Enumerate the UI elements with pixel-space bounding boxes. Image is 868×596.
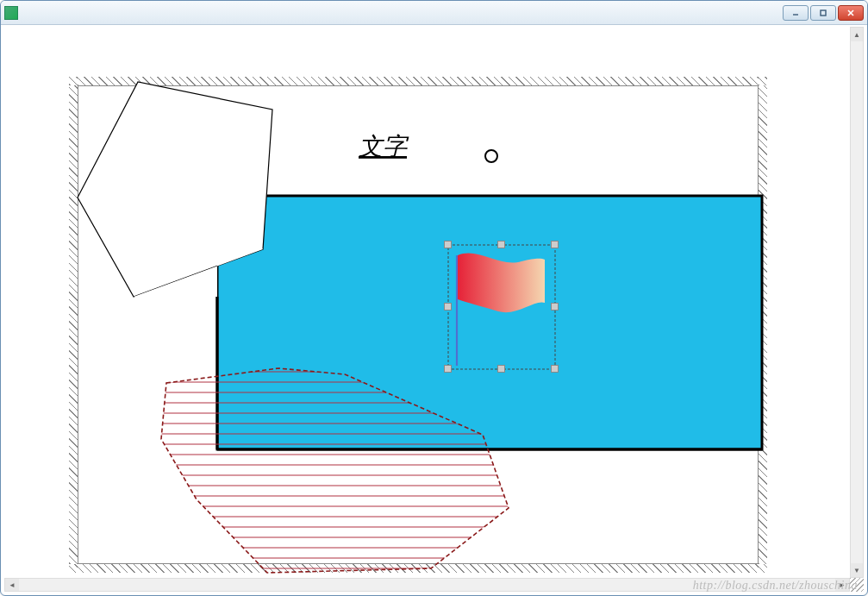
svg-rect-1 bbox=[821, 10, 826, 16]
client-area: 文字 bbox=[4, 27, 864, 578]
drawing-canvas[interactable]: 文字 bbox=[69, 77, 767, 573]
selection-handle-e[interactable] bbox=[551, 303, 559, 311]
minimize-button[interactable] bbox=[783, 5, 809, 21]
text-label[interactable]: 文字 bbox=[359, 133, 409, 160]
small-circle[interactable] bbox=[485, 150, 497, 162]
selection-handle-sw[interactable] bbox=[444, 365, 452, 373]
scroll-v-track[interactable] bbox=[851, 41, 863, 563]
selection-handle-n[interactable] bbox=[497, 241, 505, 248]
selection-handle-ne[interactable] bbox=[551, 241, 559, 248]
scroll-down-arrow[interactable]: ▼ bbox=[851, 563, 863, 577]
selection-handle-w[interactable] bbox=[444, 303, 452, 311]
window-controls bbox=[783, 5, 864, 21]
selection-handle-nw[interactable] bbox=[444, 241, 452, 248]
close-button[interactable] bbox=[838, 5, 864, 21]
scroll-left-arrow[interactable]: ◄ bbox=[5, 579, 19, 591]
selection-handle-se[interactable] bbox=[551, 365, 559, 373]
selection-handle-s[interactable] bbox=[497, 365, 505, 373]
canvas-svg: 文字 bbox=[69, 77, 767, 573]
app-icon bbox=[4, 6, 18, 20]
titlebar[interactable] bbox=[1, 1, 867, 25]
maximize-button[interactable] bbox=[810, 5, 836, 21]
application-window: 文字 bbox=[0, 0, 868, 596]
scroll-up-arrow[interactable]: ▲ bbox=[851, 28, 863, 41]
watermark-text: http://blog.csdn.net/zhouschina bbox=[693, 579, 858, 593]
vertical-scrollbar[interactable]: ▲ ▼ bbox=[850, 27, 864, 578]
